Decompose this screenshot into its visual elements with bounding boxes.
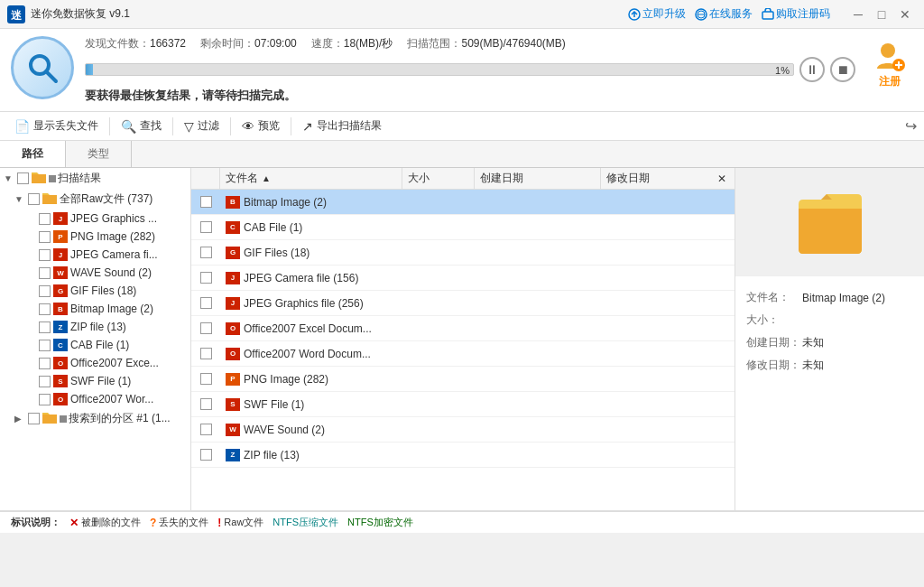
tree-item-png-image[interactable]: P PNG Image (282) [0, 228, 190, 246]
register-link-btn[interactable]: 购取注册码 [762, 6, 830, 22]
tree-checkbox-cab[interactable] [39, 340, 51, 351]
checkbox-6[interactable] [200, 322, 212, 334]
separator4 [291, 117, 291, 135]
row-check-10[interactable] [191, 424, 220, 435]
main-area: ▼ 扫描结果 ▼ 全部Raw文件 (737) J JPEG Graphics .… [0, 168, 924, 511]
col-header-created[interactable]: 创建日期 [475, 168, 601, 189]
checkbox-1[interactable] [200, 196, 212, 208]
file-row[interactable]: J JPEG Graphics file (256) [191, 291, 735, 316]
row-check-9[interactable] [191, 398, 220, 410]
checkbox-5[interactable] [200, 297, 212, 309]
file-row[interactable]: Z ZIP file (13) [191, 443, 735, 468]
checkbox-3[interactable] [200, 247, 212, 258]
minimize-btn[interactable]: ─ [846, 5, 870, 24]
stop-btn[interactable]: ⏹ [830, 57, 855, 82]
tree-item-cab[interactable]: C CAB File (1) [0, 336, 190, 354]
tree-item-zip[interactable]: Z ZIP file (13) [0, 318, 190, 336]
checkbox-8[interactable] [200, 373, 212, 385]
user-plus-icon [873, 40, 906, 72]
file-row[interactable]: C CAB File (1) [191, 215, 735, 240]
row-check-4[interactable] [191, 272, 220, 284]
row-check-6[interactable] [191, 322, 220, 334]
tree-item-jpeg-camera[interactable]: J JPEG Camera fi... [0, 246, 190, 264]
tree-item-scan-root[interactable]: ▼ 扫描结果 [0, 168, 190, 189]
checkbox-11[interactable] [200, 449, 212, 461]
filetype-icon-swf: S [53, 375, 68, 387]
row-check-11[interactable] [191, 449, 220, 461]
tree-checkbox-swf[interactable] [39, 376, 51, 387]
checkbox-7[interactable] [200, 348, 212, 359]
filetype-icon-png: P [53, 230, 68, 243]
raw-status: ! Raw文件 [217, 516, 263, 529]
file-row[interactable]: G GIF Files (18) [191, 240, 735, 266]
tree-checkbox-excel[interactable] [39, 358, 51, 369]
close-panel-btn[interactable]: ✕ [709, 168, 735, 189]
tree-checkbox-search-part[interactable] [28, 413, 40, 424]
register-area[interactable]: 注册 [866, 36, 913, 93]
upgrade-btn[interactable]: 立即升级 [628, 6, 686, 22]
checkbox-9[interactable] [200, 398, 212, 410]
tree-checkbox-all-raw[interactable] [28, 193, 40, 205]
statusbar: 标识说明： ✕ 被删除的文件 ? 丢失的文件 ! Raw文件 NTFS压缩文件 … [0, 511, 924, 533]
row-check-2[interactable] [191, 221, 220, 233]
tab-type[interactable]: 类型 [66, 141, 132, 167]
file-row[interactable]: S SWF File (1) [191, 392, 735, 417]
tree-item-office-word[interactable]: O Office2007 Wor... [0, 390, 190, 408]
maximize-btn[interactable]: □ [870, 5, 893, 24]
row-check-5[interactable] [191, 297, 220, 309]
row-check-3[interactable] [191, 247, 220, 258]
file-row[interactable]: O Office2007 Word Docum... [191, 341, 735, 367]
tree-checkbox-gif[interactable] [39, 285, 51, 297]
row-check-8[interactable] [191, 373, 220, 385]
row-check-1[interactable] [191, 196, 220, 208]
preview-size-value [802, 310, 913, 331]
tree-label-cab: CAB File (1) [70, 339, 129, 351]
tree-item-search-part[interactable]: ▶ 搜索到的分区 #1 (1... [0, 408, 190, 429]
tree-checkbox-jpeg-graphics[interactable] [39, 213, 51, 225]
close-btn[interactable]: ✕ [893, 5, 917, 24]
tree-checkbox-word[interactable] [39, 394, 51, 405]
filter-btn[interactable]: ▽ 过滤 [177, 116, 226, 136]
tree-checkbox-zip[interactable] [39, 321, 51, 333]
tree-item-jpeg-graphics[interactable]: J JPEG Graphics ... [0, 210, 190, 228]
lost-status: ? 丢失的文件 [150, 516, 208, 529]
online-icon [695, 8, 707, 21]
tree-label-png: PNG Image (282) [70, 230, 155, 243]
checkbox-2[interactable] [200, 221, 212, 233]
file-row[interactable]: P PNG Image (282) [191, 367, 735, 392]
tree-item-all-raw[interactable]: ▼ 全部Raw文件 (737) [0, 189, 190, 210]
tree-checkbox-bitmap[interactable] [39, 303, 51, 315]
col-header-size[interactable]: 大小 [402, 168, 475, 189]
tree-item-wave-sound[interactable]: W WAVE Sound (2) [0, 264, 190, 282]
file-row[interactable]: W WAVE Sound (2) [191, 417, 735, 443]
tree-item-bitmap[interactable]: B Bitmap Image (2) [0, 300, 190, 318]
file-row[interactable]: O Office2007 Excel Docum... [191, 316, 735, 341]
col-header-name[interactable]: 文件名 ▲ [220, 168, 402, 189]
found-label: 发现文件数： [85, 37, 150, 50]
share-btn[interactable]: ↪ [905, 117, 917, 135]
find-btn[interactable]: 🔍 查找 [114, 116, 169, 136]
tree-checkbox-jpeg-cam[interactable] [39, 249, 51, 261]
file-row[interactable]: B Bitmap Image (2) [191, 190, 735, 215]
online-service-btn[interactable]: 在线服务 [695, 6, 753, 22]
checkbox-10[interactable] [200, 424, 212, 435]
tab-path[interactable]: 路径 [0, 141, 66, 167]
tree-checkbox-png[interactable] [39, 231, 51, 243]
svg-text:迷: 迷 [11, 9, 23, 22]
file-row[interactable]: J JPEG Camera file (156) [191, 266, 735, 291]
tree-item-office-excel[interactable]: O Office2007 Exce... [0, 354, 190, 372]
tree-item-gif-files[interactable]: G GIF Files (18) [0, 282, 190, 300]
show-lost-btn[interactable]: 📄 显示丢失文件 [7, 116, 106, 136]
preview-btn[interactable]: 👁 预览 [235, 116, 287, 136]
row-check-7[interactable] [191, 348, 220, 359]
ntfs-compressed-status: NTFS压缩文件 [273, 516, 338, 529]
export-btn[interactable]: ↗ 导出扫描结果 [295, 116, 389, 136]
checkbox-4[interactable] [200, 272, 212, 284]
col-header-modified[interactable]: 修改日期 [601, 168, 709, 189]
tree-item-swf[interactable]: S SWF File (1) [0, 372, 190, 390]
tree-checkbox-root[interactable] [17, 172, 29, 184]
deleted-status: ✕ 被删除的文件 [69, 516, 141, 529]
pause-btn[interactable]: ⏸ [799, 57, 825, 82]
tree-checkbox-wave[interactable] [39, 267, 51, 279]
filetype-icon-cab: C [53, 339, 68, 351]
